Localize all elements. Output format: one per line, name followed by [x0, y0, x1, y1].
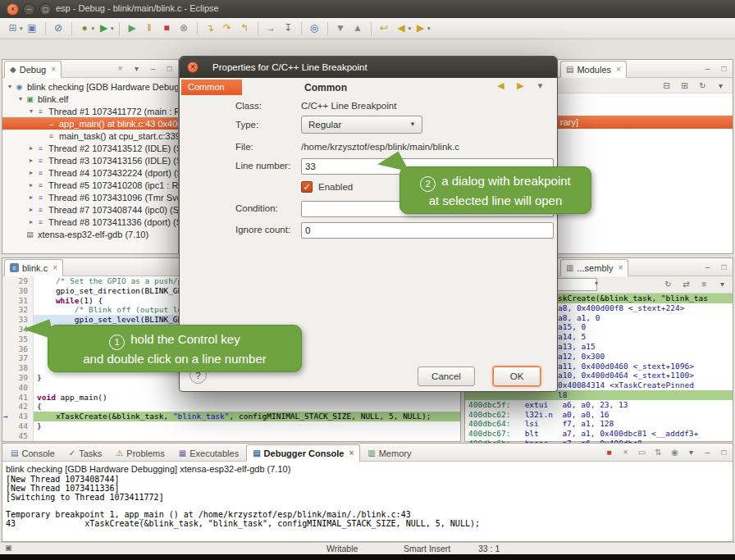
- window-minimize-button[interactable]: [23, 3, 35, 16]
- search-icon[interactable]: ◎: [307, 20, 322, 36]
- maximize-view-icon[interactable]: □: [719, 262, 729, 271]
- code-text[interactable]: void app_main(): [34, 393, 460, 403]
- line-number[interactable]: 32: [2, 305, 34, 315]
- refresh-modules-icon[interactable]: ↻: [697, 81, 708, 90]
- line-number[interactable]: 40: [2, 383, 34, 393]
- line-number[interactable]: 31: [2, 296, 34, 306]
- save-icon[interactable]: ▣: [25, 20, 40, 36]
- new-wizard-icon-dropdown[interactable]: ▾: [20, 25, 23, 32]
- line-number[interactable]: 33: [2, 315, 34, 325]
- debug-icon[interactable]: ●: [77, 20, 93, 36]
- disassembly-line[interactable]: 400dbc5f: extui a6, a0, 23, 13: [465, 400, 733, 410]
- line-number[interactable]: 38: [2, 363, 34, 373]
- view-menu-icon[interactable]: ▾: [535, 80, 546, 91]
- debug-tree-item[interactable]: ▸≡Thread #8 1073411336 (dport) (Sus: [2, 216, 178, 228]
- debug-tree-item[interactable]: ▸≡Thread #7 1073408744 (ipc0) (Susp: [2, 203, 178, 216]
- back-icon[interactable]: ◀: [495, 80, 506, 91]
- tab-problems[interactable]: ⚠Problems: [109, 444, 171, 462]
- ok-button[interactable]: OK: [493, 367, 541, 386]
- close-tab-icon[interactable]: ×: [51, 65, 56, 74]
- line-number[interactable]: 29: [2, 276, 34, 286]
- enabled-checkbox[interactable]: [301, 181, 313, 193]
- skip-all-breakpoints-icon[interactable]: ⊘: [51, 20, 66, 36]
- tab-tasks[interactable]: ✓Tasks: [62, 444, 109, 462]
- line-number[interactable]: 43→: [2, 412, 34, 421]
- refresh-disassembly-icon[interactable]: ↻: [663, 280, 673, 289]
- debug-tree-item[interactable]: ▸≡Thread #3 1073413156 (IDLE) (Susp: [2, 154, 178, 166]
- collapse-all-icon[interactable]: ⊟: [661, 81, 672, 90]
- debug-tree-item[interactable]: ▾◉blink checking [GDB Hardware Debug: [2, 80, 178, 93]
- close-tab-icon[interactable]: ×: [349, 448, 354, 458]
- tree-expander-icon[interactable]: ▸: [27, 157, 35, 164]
- debug-tree-item[interactable]: →app_main() at blink.c:43 0x400dbc: [2, 117, 178, 130]
- close-tab-icon[interactable]: ×: [616, 65, 621, 74]
- maximize-view-icon[interactable]: □: [719, 448, 729, 457]
- sync-with-pc-icon[interactable]: ⇄: [681, 280, 692, 289]
- disassembly-line[interactable]: 400dbc64: lsi f7, a1, 128: [465, 419, 733, 429]
- debug-tree-item[interactable]: ▤xtensa-esp32-elf-gdb (7.10): [2, 228, 178, 240]
- scroll-lock-icon[interactable]: ⇅: [653, 448, 664, 457]
- expand-all-icon[interactable]: ⊞: [679, 81, 690, 90]
- step-over-icon[interactable]: ↷: [220, 20, 235, 36]
- tab-blink-c[interactable]: c blink.c ×: [4, 259, 63, 276]
- tree-expander-icon[interactable]: ▸: [27, 181, 35, 189]
- console-menu-icon[interactable]: ▾: [686, 448, 696, 457]
- back-icon[interactable]: ◀: [394, 20, 409, 36]
- terminate-icon[interactable]: ■: [159, 20, 175, 36]
- tree-expander-icon[interactable]: ▸: [27, 218, 35, 225]
- step-into-icon[interactable]: ↴: [203, 20, 218, 36]
- drop-to-frame-icon[interactable]: ↧: [281, 20, 296, 36]
- last-edit-location-icon[interactable]: ↩: [377, 20, 392, 36]
- tree-expander-icon[interactable]: ▸: [27, 206, 35, 213]
- run-icon[interactable]: ▶: [96, 20, 112, 36]
- minimize-view-icon[interactable]: –: [702, 64, 713, 73]
- dialog-close-button[interactable]: [187, 61, 199, 73]
- disassembly-line[interactable]: 400dbc62: l32i.n a0, a0, 16: [465, 410, 733, 420]
- tree-expander-icon[interactable]: ▾: [16, 95, 25, 102]
- forward-icon-dropdown[interactable]: ▾: [427, 25, 431, 32]
- line-number[interactable]: 30: [2, 286, 34, 296]
- tab-executables[interactable]: ▦Executables: [172, 444, 245, 462]
- code-text[interactable]: }: [34, 421, 460, 431]
- line-number[interactable]: 42: [2, 402, 34, 412]
- pin-console-icon[interactable]: ◉: [669, 448, 680, 457]
- debug-tree-item[interactable]: ▸≡Thread #2 1073413512 (IDLE) (Susp: [2, 142, 178, 154]
- forward-icon[interactable]: ▶: [515, 80, 526, 91]
- debug-tree-item[interactable]: ▸≡Thread #5 1073410208 (ipc1 : Runni: [2, 179, 178, 191]
- tab-debug[interactable]: ◆ Debug ×: [4, 61, 62, 78]
- debug-tree-item[interactable]: ▾≡Thread #1 1073411772 (main : Runn: [2, 105, 178, 117]
- tab-console[interactable]: ▤Console: [4, 444, 62, 462]
- disassembly-line[interactable]: 400dbc67: blt a7, a1, 0x400dbc81 <__addd…: [465, 429, 733, 439]
- line-number[interactable]: 37: [2, 353, 34, 363]
- debug-tree-item[interactable]: ≡main_task() at cpu_start.c:339 0x4: [2, 130, 178, 142]
- debug-tree-item[interactable]: ▸≡Thread #4 1073432224 (dport) (Sus: [2, 166, 178, 179]
- minimize-view-icon[interactable]: –: [148, 64, 158, 73]
- step-return-icon[interactable]: ↰: [237, 20, 253, 36]
- resume-icon[interactable]: ▶: [125, 20, 140, 36]
- maximize-view-icon[interactable]: □: [719, 64, 729, 73]
- back-icon-dropdown[interactable]: ▾: [409, 25, 412, 32]
- tree-expander-icon[interactable]: ▾: [27, 107, 35, 115]
- close-tab-icon[interactable]: ×: [52, 263, 57, 272]
- forward-icon[interactable]: ▶: [413, 20, 428, 36]
- minimize-view-icon[interactable]: –: [702, 448, 713, 457]
- tab-debugger-console[interactable]: ▤Debugger Console×: [246, 444, 360, 462]
- line-number[interactable]: 45: [2, 431, 34, 441]
- terminate-icon[interactable]: ■: [604, 448, 614, 457]
- window-close-button[interactable]: [7, 3, 19, 16]
- tab-modules[interactable]: ▤ Modules ×: [560, 61, 627, 78]
- tab-memory[interactable]: ▥Memory: [361, 444, 418, 462]
- line-number[interactable]: 41: [2, 393, 34, 403]
- code-text[interactable]: [34, 431, 460, 441]
- debug-icon-dropdown[interactable]: ▾: [92, 25, 95, 32]
- dialog-sidebar-item-common[interactable]: Common: [181, 80, 242, 95]
- remove-all-terminated-icon[interactable]: ×: [115, 64, 126, 73]
- modules-menu-icon[interactable]: ▾: [715, 81, 726, 90]
- close-tab-icon[interactable]: ×: [618, 263, 623, 272]
- dialog-titlebar[interactable]: Properties for C/C++ Line Breakpoint: [180, 57, 557, 78]
- show-source-icon[interactable]: ≡: [699, 280, 710, 289]
- ignore-count-input[interactable]: [301, 222, 554, 239]
- location-dropdown-icon[interactable]: ▾: [595, 280, 598, 287]
- disassembly-menu-icon[interactable]: ▾: [717, 280, 728, 289]
- type-select[interactable]: Regular ▼: [301, 116, 422, 134]
